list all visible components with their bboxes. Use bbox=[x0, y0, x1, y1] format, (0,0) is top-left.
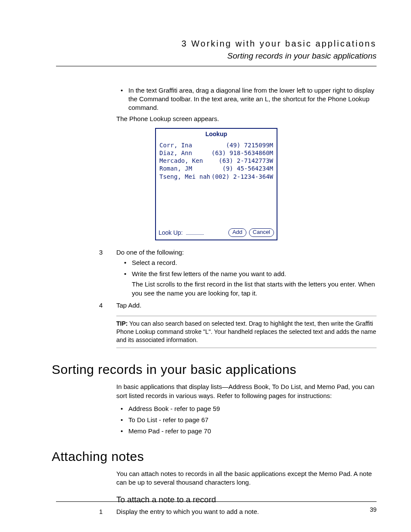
step-number: 3 bbox=[99, 248, 103, 257]
step-text: Do one of the following: bbox=[116, 249, 184, 256]
contact-name: Tseng, Mei nah bbox=[159, 173, 210, 180]
contact-phone: (63) 2-7142773W bbox=[219, 157, 273, 165]
sorting-bullet: Memo Pad - refer to page 70 bbox=[121, 427, 377, 436]
lookup-field-label: Look Up: bbox=[159, 229, 183, 236]
list-item: Corr, Ina (49) 7215099M bbox=[159, 141, 273, 149]
list-item: Mercado, Ken (63) 2-7142773W bbox=[159, 157, 273, 165]
tip-label: TIP: bbox=[116, 320, 128, 327]
sorting-bullet: To Do List - refer to page 67 bbox=[121, 416, 377, 424]
list-item: Tseng, Mei nah (002) 2-1234-364W bbox=[159, 173, 273, 180]
cancel-button[interactable]: Cancel bbox=[249, 228, 274, 237]
step-number: 1 bbox=[99, 507, 103, 516]
list-item: Diaz, Ann (63) 918-5634860M bbox=[159, 149, 273, 157]
sorting-para: In basic applications that display lists… bbox=[116, 383, 377, 400]
lookup-screenshot: Lookup Corr, Ina (49) 7215099M Diaz, Ann… bbox=[155, 128, 277, 240]
intro-followup: The Phone Lookup screen appears. bbox=[116, 115, 377, 123]
bullet-followup: The List scrolls to the first record in … bbox=[132, 280, 377, 298]
intro-bullet: In the text Graffiti area, drag a diagon… bbox=[121, 86, 377, 112]
step-4: 4 Tap Add. bbox=[116, 301, 377, 310]
page-header: 3 Working with your basic applications S… bbox=[56, 38, 377, 62]
sorting-heading: Sorting records in your basic applicatio… bbox=[52, 361, 377, 379]
add-button[interactable]: Add bbox=[228, 228, 246, 237]
lookup-title: Lookup bbox=[156, 129, 277, 140]
bullet-text: Write the first few letters of the name … bbox=[132, 270, 286, 277]
contact-name: Corr, Ina bbox=[159, 141, 192, 149]
footer-rule bbox=[56, 501, 377, 502]
tip-text: You can also search based on selected te… bbox=[116, 320, 376, 343]
step3-bullet-2: Write the first few letters of the name … bbox=[124, 270, 377, 298]
sorting-body: In basic applications that display lists… bbox=[116, 383, 377, 436]
page-number: 39 bbox=[370, 506, 377, 514]
contact-name: Roman, JM bbox=[159, 165, 192, 172]
contact-phone: (002) 2-1234-364W bbox=[212, 173, 273, 180]
contact-name: Mercado, Ken bbox=[159, 157, 203, 165]
step-number: 4 bbox=[99, 301, 103, 310]
step-text: Display the entry to which you want to a… bbox=[116, 508, 259, 515]
lookup-footer: Look Up: Add Cancel bbox=[156, 227, 277, 240]
document-page: 3 Working with your basic applications S… bbox=[0, 0, 411, 532]
list-item: Roman, JM (9) 45-564234M bbox=[159, 165, 273, 172]
section-title: Sorting records in your basic applicatio… bbox=[56, 50, 377, 62]
lookup-input[interactable] bbox=[186, 229, 204, 235]
header-rule bbox=[56, 66, 377, 66]
contact-phone: (49) 7215099M bbox=[226, 141, 273, 149]
chapter-title: 3 Working with your basic applications bbox=[56, 38, 377, 50]
notes-subhead: To attach a note to a record bbox=[116, 494, 377, 505]
contact-phone: (9) 45-564234M bbox=[222, 165, 273, 172]
lookup-list: Corr, Ina (49) 7215099M Diaz, Ann (63) 9… bbox=[156, 140, 277, 227]
contact-phone: (63) 918-5634860M bbox=[212, 149, 273, 157]
bullet-text: Select a record. bbox=[132, 259, 177, 266]
notes-step-1: 1 Display the entry to which you want to… bbox=[116, 507, 377, 516]
notes-body: You can attach notes to records in all t… bbox=[116, 470, 377, 505]
contact-name: Diaz, Ann bbox=[159, 149, 192, 157]
notes-para: You can attach notes to records in all t… bbox=[116, 470, 377, 487]
sorting-bullet: Address Book - refer to page 59 bbox=[121, 404, 377, 413]
intro-block: In the text Graffiti area, drag a diagon… bbox=[116, 86, 377, 112]
notes-heading: Attaching notes bbox=[52, 448, 377, 466]
tip-box: TIP: You can also search based on select… bbox=[116, 316, 377, 348]
step-3: 3 Do one of the following: Select a reco… bbox=[116, 248, 377, 298]
step3-bullet-1: Select a record. bbox=[124, 258, 377, 267]
step-text: Tap Add. bbox=[116, 302, 141, 309]
